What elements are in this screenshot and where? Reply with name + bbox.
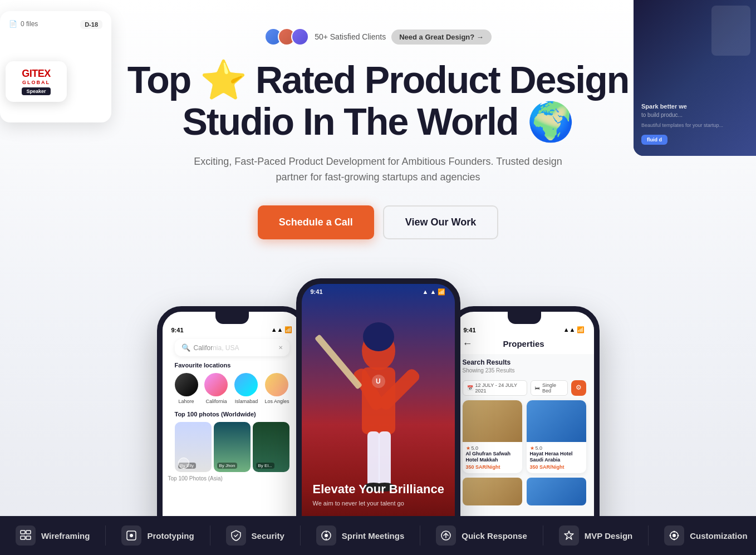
photo-thumb: By Jhon bbox=[214, 422, 251, 472]
location-icon bbox=[265, 373, 288, 396]
mvp-icon bbox=[559, 525, 579, 546]
back-button[interactable]: ← bbox=[463, 338, 473, 350]
hero-title: Top ⭐ Rated Product Design Studio In The… bbox=[111, 59, 645, 143]
bed-filter[interactable]: 🛏 Single Bed bbox=[531, 380, 567, 396]
clients-badge: 50+ Satisfied Clients Need a Great Desig… bbox=[264, 28, 492, 46]
rating-value-1: 5.0 bbox=[472, 445, 479, 451]
clear-icon[interactable]: ✕ bbox=[278, 345, 283, 351]
left-phone-status: 9:41 ▲▲ 📶 bbox=[163, 324, 302, 333]
date-filter-text: 12 JULY - 24 JULY 2021 bbox=[475, 382, 523, 394]
ticker-item-prototyping: Prototyping bbox=[106, 525, 210, 546]
photo-thumb: By El... bbox=[253, 422, 289, 472]
property-name-2: Hayat Heraa Hotel Saudi Arabia bbox=[530, 451, 583, 463]
hero-title-line2: Studio In The World 🌍 bbox=[183, 100, 574, 143]
bed-filter-text: Single Bed bbox=[542, 382, 563, 394]
hero-title-line1: Top ⭐ Rated Product Design bbox=[127, 58, 629, 101]
search-bar[interactable]: 🔍 California, USA ✕ bbox=[175, 339, 289, 356]
svg-rect-14 bbox=[21, 536, 25, 539]
filter-icon: ⚙ bbox=[576, 384, 582, 391]
ticker-label-wireframing: Wireframing bbox=[41, 531, 90, 541]
bed-icon: 🛏 bbox=[535, 385, 540, 391]
fav-location-lahore[interactable]: Lahore bbox=[175, 373, 198, 404]
security-icon bbox=[226, 525, 246, 546]
more-property-1 bbox=[463, 478, 522, 505]
ticker-label-mvp: MVP Design bbox=[585, 531, 632, 541]
fav-location-islamabad[interactable]: Islamabad bbox=[234, 373, 258, 404]
svg-point-24 bbox=[672, 534, 676, 537]
property-price-1: 350 SAR/Night bbox=[466, 464, 519, 470]
fav-location-losangeles[interactable]: Los Angles bbox=[264, 373, 289, 404]
right-phone-time: 9:41 bbox=[464, 327, 476, 333]
property-card-1[interactable]: ★ 5.0 Al Ghufran Safwah Hotel Makkah 350… bbox=[463, 400, 522, 473]
property-info-2: ★ 5.0 Hayat Heraa Hotel Saudi Arabia 350… bbox=[527, 442, 586, 473]
location-icon bbox=[175, 373, 198, 396]
phone-center: 9:41 ▲ ▲ 📶 bbox=[296, 278, 460, 546]
more-property-cards bbox=[455, 478, 594, 505]
phone-center-bg: 9:41 ▲ ▲ 📶 bbox=[302, 284, 455, 540]
date-filter[interactable]: 📅 12 JULY - 24 JULY 2021 bbox=[463, 380, 528, 396]
ticker-item-sprint: Sprint Meetings bbox=[301, 525, 421, 546]
phones-section: 9:41 ▲▲ 📶 🔍 California, USA ✕ Favourite … bbox=[0, 278, 756, 546]
ticker-label-security: Security bbox=[252, 531, 284, 541]
filter-button[interactable]: ⚙ bbox=[571, 380, 586, 396]
svg-rect-12 bbox=[21, 531, 25, 534]
svg-rect-5 bbox=[314, 334, 362, 390]
ticker-label-customization: Customization bbox=[690, 531, 747, 541]
svg-rect-6 bbox=[367, 431, 380, 487]
right-phone-status: 9:41 ▲▲ 📶 bbox=[455, 324, 594, 333]
search-results-title: Search Results bbox=[455, 354, 594, 367]
star-icon: ★ bbox=[530, 445, 534, 451]
right-phone-content: ← Properties Search Results Showing 235 … bbox=[455, 333, 594, 537]
property-price-2: 350 SAR/Night bbox=[530, 464, 583, 470]
fav-location-california[interactable]: California bbox=[204, 373, 228, 404]
svg-point-17 bbox=[130, 534, 133, 537]
quick-response-icon bbox=[436, 525, 456, 546]
location-icon bbox=[234, 373, 258, 396]
ticker-item-mvp: MVP Design bbox=[543, 525, 649, 546]
cta-pill[interactable]: Need a Great Design? → bbox=[391, 30, 492, 45]
left-phone-content: 🔍 California, USA ✕ Favourite locations … bbox=[163, 339, 302, 543]
svg-point-29 bbox=[678, 535, 679, 537]
fav-section-title: Favourite locations bbox=[168, 362, 296, 373]
rating-value-2: 5.0 bbox=[536, 445, 543, 451]
property-rating-2: ★ 5.0 bbox=[530, 445, 583, 451]
schedule-call-button[interactable]: Schedule a Call bbox=[258, 205, 374, 239]
showing-text: Showing 235 Results bbox=[455, 367, 594, 378]
svg-point-26 bbox=[674, 531, 675, 533]
top100-title: Top 100 photos (Worldwide) bbox=[168, 411, 296, 422]
ticker-label-quick-response: Quick Response bbox=[462, 531, 527, 541]
hero-buttons: Schedule a Call View Our Work bbox=[111, 205, 645, 239]
right-signal-icons: ▲▲ 📶 bbox=[563, 326, 585, 333]
avatar bbox=[291, 28, 309, 46]
avatar bbox=[178, 458, 189, 469]
search-text: California, USA bbox=[194, 344, 239, 352]
left-phone-time: 9:41 bbox=[171, 327, 184, 333]
svg-rect-7 bbox=[379, 431, 391, 487]
clients-count: 50+ Satisfied Clients bbox=[315, 32, 386, 41]
view-work-button[interactable]: View Our Work bbox=[383, 205, 498, 239]
photo-credit: By Jhon bbox=[217, 463, 238, 469]
svg-point-4 bbox=[363, 322, 394, 351]
phone-left: 9:41 ▲▲ 📶 🔍 California, USA ✕ Favourite … bbox=[157, 306, 307, 546]
property-rating-1: ★ 5.0 bbox=[466, 445, 519, 451]
ticker-label-prototyping: Prototyping bbox=[147, 531, 194, 541]
filter-bar: 📅 12 JULY - 24 JULY 2021 🛏 Single Bed ⚙ bbox=[455, 378, 594, 400]
player-text-overlay: Elevate Your Brilliance We aim to never … bbox=[313, 482, 444, 507]
photo-grid: By Elly By Jhon By El... bbox=[168, 422, 296, 472]
svg-rect-13 bbox=[26, 531, 31, 534]
bottom-ticker: Wireframing Prototyping Security bbox=[0, 516, 756, 555]
fav-locations: Lahore California Islamabad Los Angles bbox=[168, 373, 296, 411]
property-name-1: Al Ghufran Safwah Hotel Makkah bbox=[466, 451, 519, 463]
search-icon: 🔍 bbox=[181, 343, 190, 352]
property-image-2 bbox=[527, 400, 586, 442]
overlay-title: Elevate Your Brilliance bbox=[313, 482, 444, 497]
property-cards: ★ 5.0 Al Ghufran Safwah Hotel Makkah 350… bbox=[455, 400, 594, 478]
center-phone-status: 9:41 ▲ ▲ 📶 bbox=[302, 284, 455, 300]
property-card-2[interactable]: ★ 5.0 Hayat Heraa Hotel Saudi Arabia 350… bbox=[527, 400, 586, 473]
property-info-1: ★ 5.0 Al Ghufran Safwah Hotel Makkah 350… bbox=[463, 442, 522, 473]
svg-point-27 bbox=[674, 539, 675, 541]
customization-icon bbox=[664, 525, 684, 546]
ticker-item-quick-response: Quick Response bbox=[420, 525, 543, 546]
phone-right: 9:41 ▲▲ 📶 ← Properties Search Results Sh… bbox=[449, 306, 600, 546]
star-icon: ★ bbox=[466, 445, 470, 451]
